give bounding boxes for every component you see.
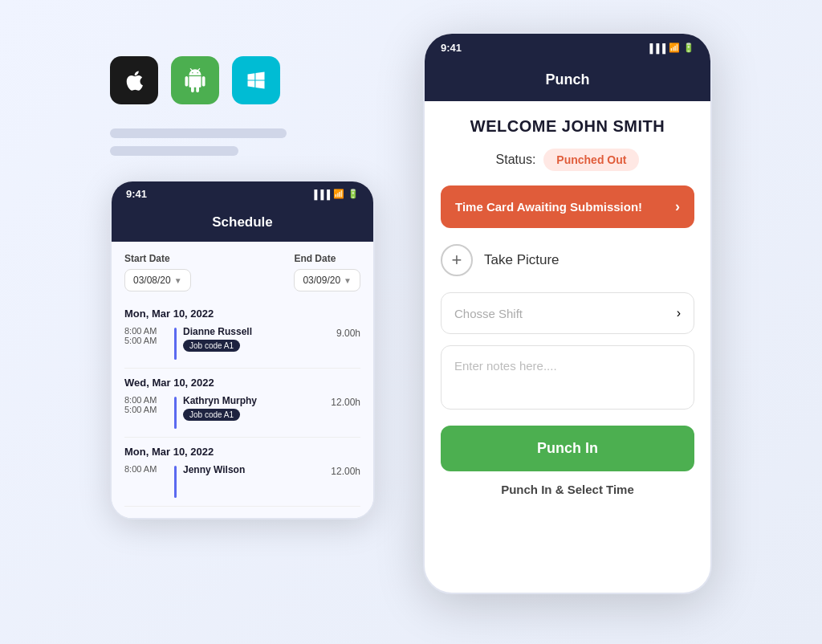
entry-2-details: Kathryn Murphy Job code A1	[183, 395, 324, 421]
start-date-label: Start Date	[124, 253, 191, 264]
entry-2-bar	[174, 397, 177, 429]
entry-3-times: 8:00 AM	[124, 464, 168, 474]
date-row: Start Date 03/08/20 ▼ End Date 03/09/20 …	[124, 253, 360, 291]
entry-1-name: Dianne Russell	[183, 326, 330, 337]
punch-in-button[interactable]: Punch In	[441, 426, 694, 471]
schedule-header: Schedule	[112, 206, 373, 242]
status-badge: Punched Out	[543, 149, 639, 171]
punch-title: Punch	[545, 71, 589, 88]
schedule-status-bar: 9:41 ▐▐▐ 📶 🔋	[112, 181, 373, 206]
entry-3-hours: 12.00h	[331, 464, 360, 477]
entry-1-details: Dianne Russell Job code A1	[183, 326, 330, 352]
entry-3-name: Jenny Wilson	[183, 464, 324, 475]
choose-shift-text: Chosse Shift	[454, 307, 523, 320]
schedule-time: 9:41	[126, 188, 147, 200]
end-date-caret: ▼	[344, 276, 352, 285]
punch-battery-icon: 🔋	[683, 43, 694, 53]
punch-signal-icon: ▐▐▐	[647, 43, 665, 53]
end-date-value: 03/09/20	[303, 275, 340, 286]
status-row: Status: Punched Out	[441, 149, 694, 171]
take-picture-label: Take Picture	[484, 252, 560, 268]
entry-1-hours: 9.00h	[336, 326, 360, 339]
wifi-icon: 📶	[333, 189, 344, 199]
schedule-status-icons: ▐▐▐ 📶 🔋	[311, 189, 359, 199]
punch-status-bar: 9:41 ▐▐▐ 📶 🔋	[425, 34, 710, 62]
end-date-input[interactable]: 03/09/20 ▼	[294, 269, 360, 291]
start-date-field: Start Date 03/08/20 ▼	[124, 253, 191, 291]
schedule-day-2: Wed, Mar 10, 2022 8:00 AM 5:00 AM Kathry…	[124, 369, 360, 438]
punch-wifi-icon: 📶	[669, 43, 680, 53]
left-panel: 9:41 ▐▐▐ 📶 🔋 Schedule Start Date 03/08/2…	[110, 32, 375, 520]
scene: 9:41 ▐▐▐ 📶 🔋 Schedule Start Date 03/08/2…	[0, 0, 822, 644]
battery-icon: 🔋	[348, 189, 359, 199]
day-1-header: Mon, Mar 10, 2022	[124, 308, 360, 320]
punch-status-icons: ▐▐▐ 📶 🔋	[647, 43, 694, 53]
skeleton-lines	[110, 128, 375, 156]
schedule-title: Schedule	[212, 214, 273, 230]
choose-shift-row[interactable]: Chosse Shift ›	[441, 292, 694, 334]
start-date-input[interactable]: 03/08/20 ▼	[124, 269, 191, 291]
entry-2-times: 8:00 AM 5:00 AM	[124, 395, 168, 414]
schedule-entry-2: 8:00 AM 5:00 AM Kathryn Murphy Job code …	[124, 395, 360, 429]
punch-time: 9:41	[441, 42, 462, 54]
schedule-day-1: Mon, Mar 10, 2022 8:00 AM 5:00 AM Dianne…	[124, 300, 360, 369]
schedule-phone: 9:41 ▐▐▐ 📶 🔋 Schedule Start Date 03/08/2…	[110, 180, 375, 520]
time-card-chevron: ›	[675, 198, 680, 215]
punch-phone: 9:41 ▐▐▐ 📶 🔋 Punch WELCOME JOHN SMITH St…	[423, 32, 712, 594]
entry-2-hours: 12.00h	[331, 395, 360, 408]
schedule-entry-1: 8:00 AM 5:00 AM Dianne Russell Job code …	[124, 326, 360, 360]
punch-header: Punch	[425, 62, 710, 101]
time-card-text: Time Card Awaiting Submission!	[455, 200, 642, 214]
skeleton-line-1	[110, 128, 287, 138]
start-date-caret: ▼	[174, 276, 182, 285]
day-3-header: Mon, Mar 10, 2022	[124, 446, 360, 458]
entry-1-times: 8:00 AM 5:00 AM	[124, 326, 168, 345]
punch-body: WELCOME JOHN SMITH Status: Punched Out T…	[425, 101, 710, 504]
end-date-label: End Date	[294, 253, 360, 264]
status-label: Status:	[496, 153, 536, 167]
time-card-banner[interactable]: Time Card Awaiting Submission! ›	[441, 185, 694, 228]
schedule-body: Start Date 03/08/20 ▼ End Date 03/09/20 …	[112, 242, 373, 518]
take-picture-row: + Take Picture	[441, 244, 694, 276]
signal-icon: ▐▐▐	[311, 190, 330, 199]
notes-field[interactable]: Enter notes here....	[441, 345, 694, 410]
entry-3-details: Jenny Wilson	[183, 464, 324, 475]
app-icons-row	[110, 56, 375, 104]
entry-1-bar	[174, 328, 177, 360]
entry-3-bar	[174, 466, 177, 498]
entry-2-job: Job code A1	[183, 409, 240, 421]
day-2-header: Wed, Mar 10, 2022	[124, 377, 360, 389]
start-date-value: 03/08/20	[133, 275, 171, 286]
skeleton-line-2	[110, 146, 238, 156]
android-icon[interactable]	[171, 56, 219, 104]
choose-shift-chevron: ›	[677, 306, 681, 320]
entry-2-name: Kathryn Murphy	[183, 395, 324, 406]
welcome-text: WELCOME JOHN SMITH	[441, 117, 694, 136]
schedule-day-3: Mon, Mar 10, 2022 8:00 AM Jenny Wilson 1…	[124, 438, 360, 507]
apple-icon[interactable]	[110, 56, 158, 104]
schedule-entry-3: 8:00 AM Jenny Wilson 12.00h	[124, 464, 360, 498]
notes-placeholder: Enter notes here....	[454, 359, 557, 373]
entry-1-job: Job code A1	[183, 340, 240, 352]
end-date-field: End Date 03/09/20 ▼	[294, 253, 360, 291]
plus-circle-icon[interactable]: +	[441, 244, 473, 276]
windows-icon[interactable]	[232, 56, 280, 104]
punch-select-link[interactable]: Punch In & Select Time	[441, 483, 694, 504]
